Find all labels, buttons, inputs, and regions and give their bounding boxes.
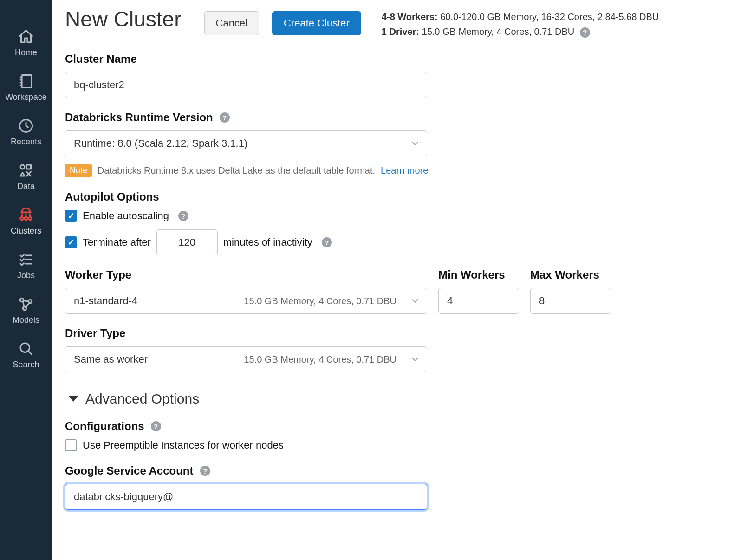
preemptible-checkbox[interactable] [65,439,77,451]
sidebar-item-workspace[interactable]: Workspace [0,65,52,110]
sidebar-item-label: Recents [11,137,41,147]
help-icon[interactable] [200,466,210,476]
home-icon [18,28,34,45]
sidebar-item-label: Jobs [17,271,35,280]
worker-type-value: n1-standard-4 [74,295,244,307]
svg-rect-0 [22,75,32,87]
help-icon[interactable] [178,211,188,221]
worker-row: Worker Type n1-standard-4 15.0 GB Memory… [65,255,728,314]
advanced-options-toggle[interactable]: Advanced Options [65,391,728,407]
cluster-name-label: Cluster Name [65,52,728,65]
sidebar: Home Workspace Recents Data Clusters Job… [0,0,52,560]
learn-more-link[interactable]: Learn more [381,165,428,176]
help-icon[interactable] [580,27,590,38]
svg-point-2 [20,165,25,169]
resource-summary: 4-8 Workers: 60.0-120.0 GB Memory, 16-32… [382,9,659,39]
header: New Cluster Cancel Create Cluster 4-8 Wo… [52,0,741,39]
driver-type-spec: 15.0 GB Memory, 4 Cores, 0.71 DBU [244,354,396,365]
advanced-options-label: Advanced Options [85,391,199,407]
sidebar-item-label: Models [13,315,39,325]
svg-rect-3 [27,165,31,169]
max-workers-label: Max Workers [530,268,611,281]
divider [195,12,195,29]
driver-type-value: Same as worker [74,353,244,365]
graph-icon [18,296,34,313]
configurations-label: Configurations [65,420,728,433]
enable-autoscaling-checkbox[interactable] [65,210,77,222]
notebook-icon [18,73,34,90]
runtime-version-label: Databricks Runtime Version [65,111,728,124]
cancel-button[interactable]: Cancel [204,11,259,35]
gsa-input[interactable] [65,484,427,510]
search-icon [18,340,34,357]
cluster-name-input[interactable] [65,72,427,98]
worker-type-select[interactable]: n1-standard-4 15.0 GB Memory, 4 Cores, 0… [65,288,427,314]
max-workers-input[interactable] [530,288,611,314]
sidebar-item-search[interactable]: Search [0,332,52,377]
configurations-label-text: Configurations [65,420,144,433]
note-text: Databricks Runtime 8.x uses Delta Lake a… [98,165,375,176]
chevron-down-icon [410,138,420,149]
sidebar-item-recents[interactable]: Recents [0,110,52,154]
chevron-down-icon [410,296,420,306]
driver-summary-label: 1 Driver: [382,26,419,37]
terminate-minutes-input[interactable] [156,229,218,255]
shapes-icon [18,162,34,179]
autopilot-label: Autopilot Options [65,190,728,203]
enable-autoscaling-row[interactable]: Enable autoscaling [65,210,728,222]
create-cluster-button[interactable]: Create Cluster [272,11,361,35]
sidebar-item-home[interactable]: Home [0,20,52,65]
sidebar-item-models[interactable]: Models [0,288,52,332]
driver-type-label: Driver Type [65,327,728,340]
caret-down-icon [69,396,78,402]
runtime-note: Note Databricks Runtime 8.x uses Delta L… [65,164,728,177]
sidebar-item-clusters[interactable]: Clusters [0,199,52,243]
min-workers-label: Min Workers [438,268,519,281]
terminate-after-row: Terminate after minutes of inactivity [65,229,728,255]
driver-type-select[interactable]: Same as worker 15.0 GB Memory, 4 Cores, … [65,346,427,372]
note-badge: Note [65,164,92,177]
main: New Cluster Cancel Create Cluster 4-8 Wo… [52,0,741,560]
sidebar-item-label: Clusters [11,226,41,236]
sidebar-item-label: Home [15,48,37,58]
header-actions: Cancel Create Cluster [204,11,361,35]
clock-icon [18,117,34,134]
runtime-version-value: Runtime: 8.0 (Scala 2.12, Spark 3.1.1) [74,137,400,150]
sidebar-item-jobs[interactable]: Jobs [0,243,52,288]
help-icon[interactable] [322,237,332,247]
workers-summary-value: 60.0-120.0 GB Memory, 16-32 Cores, 2.84-… [440,12,659,22]
runtime-version-select[interactable]: Runtime: 8.0 (Scala 2.12, Spark 3.1.1) [65,130,427,156]
sidebar-item-label: Data [17,182,35,191]
worker-type-spec: 15.0 GB Memory, 4 Cores, 0.71 DBU [244,296,396,306]
sidebar-item-label: Search [13,360,39,370]
divider [404,353,404,366]
worker-type-label: Worker Type [65,268,427,281]
driver-summary-value: 15.0 GB Memory, 4 Cores, 0.71 DBU [422,26,575,37]
workers-summary-label: 4-8 Workers: [382,12,438,22]
terminate-after-checkbox[interactable] [65,236,77,248]
chevron-down-icon [410,354,420,365]
divider [404,137,404,150]
form-body: Cluster Name Databricks Runtime Version … [52,39,741,528]
preemptible-row[interactable]: Use Preemptible Instances for worker nod… [65,439,728,451]
runtime-version-label-text: Databricks Runtime Version [65,111,213,124]
preemptible-label: Use Preemptible Instances for worker nod… [83,439,284,451]
gsa-label-text: Google Service Account [65,464,194,477]
sidebar-item-data[interactable]: Data [0,154,52,199]
help-icon[interactable] [151,421,161,431]
checklist-icon [18,251,34,268]
terminate-after-suffix: minutes of inactivity [223,236,312,248]
gsa-label: Google Service Account [65,464,728,477]
enable-autoscaling-label: Enable autoscaling [83,210,169,222]
min-workers-input[interactable] [438,288,519,314]
page-title: New Cluster [65,8,182,38]
sidebar-item-label: Workspace [5,92,47,102]
cluster-icon [18,207,34,223]
divider [404,294,404,307]
help-icon[interactable] [220,112,230,123]
terminate-after-prefix: Terminate after [83,236,151,248]
